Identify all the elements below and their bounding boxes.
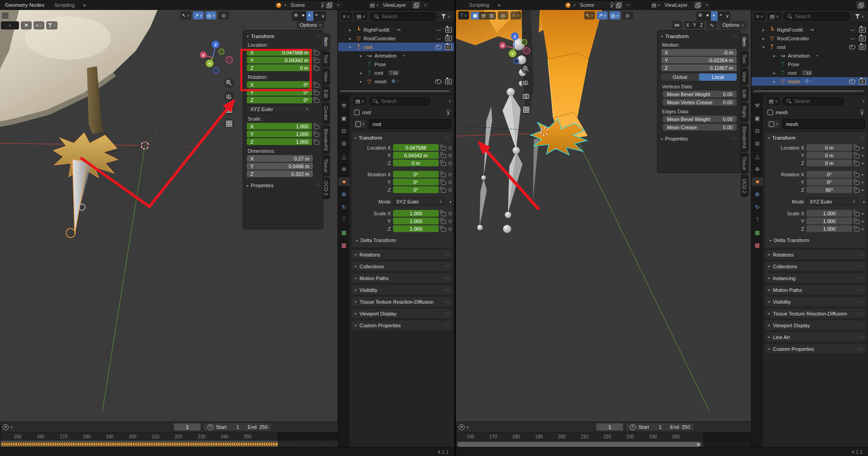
lock-icon[interactable] — [314, 125, 319, 129]
properties-tab-icon[interactable]: ↻ — [752, 203, 762, 211]
number-field[interactable]: 0° — [806, 179, 852, 185]
close-scene-button[interactable]: × — [623, 1, 632, 9]
current-frame-field[interactable]: 1 — [596, 423, 623, 431]
pin-icon[interactable] — [445, 110, 450, 115]
add-workspace-button[interactable]: + — [494, 2, 504, 9]
proportional-edit-icon[interactable]: ◎ — [498, 11, 508, 19]
number-field[interactable]: 0° — [393, 171, 439, 178]
sidebar-tab[interactable]: Tool — [741, 51, 748, 67]
properties-tab-icon[interactable]: ⊞ — [339, 139, 349, 148]
properties-tab-icon[interactable]: ▦ — [752, 228, 762, 237]
lock-icon[interactable] — [854, 162, 859, 166]
properties-tab-icon[interactable]: ᛉ — [339, 215, 349, 224]
outliner-row[interactable]: ▸ RootController ↝ • ⚙ — [338, 34, 454, 43]
sidebar-tab[interactable]: Rigify — [741, 102, 748, 121]
outliner-row[interactable]: ▸ Animation ↝ • ⚙ — [338, 51, 454, 60]
collapsed-panel[interactable]: ▸Visibility∷∷ — [765, 297, 866, 306]
collapsed-panel[interactable]: ▸Collections∷∷ — [352, 262, 452, 271]
lock-icon[interactable] — [854, 173, 859, 177]
new-viewlayer-button[interactable] — [694, 1, 702, 9]
number-field[interactable]: Z0.322 m — [247, 170, 313, 177]
outliner-search[interactable] — [783, 12, 851, 21]
properties-tab-icon[interactable]: ⚒ — [339, 101, 349, 110]
close-scene-button[interactable]: × — [334, 1, 342, 9]
lock-icon[interactable] — [441, 220, 446, 224]
active-tool-indicator[interactable] — [1, 12, 9, 19]
properties-tab-icon[interactable]: ▣ — [339, 114, 349, 122]
number-field[interactable]: 1.000 — [393, 225, 439, 232]
lock-icon[interactable] — [854, 228, 859, 232]
timeline-scrollbar[interactable] — [457, 442, 701, 447]
keyframe-icon[interactable]: • — [862, 211, 863, 216]
lock-icon[interactable] — [441, 228, 446, 232]
lock-icon[interactable] — [441, 173, 446, 177]
sidebar-tab[interactable]: Item — [741, 34, 748, 50]
outliner-row[interactable]: ▸ Animation ↝ • ⚙ — [752, 51, 868, 60]
transform-orientation-icon[interactable]: ≡∨ — [34, 21, 44, 29]
object-type-dropdown[interactable]: ∨ — [767, 119, 781, 129]
keyframe-icon[interactable]: • — [862, 145, 863, 150]
number-field[interactable]: 0 m — [806, 152, 852, 159]
visibility-eye-closed-icon[interactable] — [850, 36, 855, 39]
object-name-field[interactable] — [369, 119, 451, 129]
object-type-dropdown[interactable]: ∨ — [353, 119, 367, 129]
number-field[interactable]: 90° — [806, 186, 852, 193]
pin-icon[interactable] — [859, 110, 864, 115]
number-field[interactable]: 0.047588 — [393, 144, 439, 151]
number-field[interactable]: X0.047588 m — [247, 49, 312, 56]
pin-icon[interactable] — [609, 2, 614, 8]
disclosure-arrow-icon[interactable]: ▸ — [762, 28, 768, 32]
number-field[interactable]: Z0.11867 m — [661, 64, 737, 71]
keyframe-icon[interactable]: • — [450, 199, 451, 204]
shading-mode-switch[interactable]: ⊕●◐◓∨ — [696, 11, 730, 21]
disclosure-arrow-icon[interactable]: ▸ — [360, 79, 365, 84]
render-visibility-icon[interactable] — [445, 79, 452, 84]
number-field[interactable]: Y1.000 — [247, 131, 312, 137]
outliner-row[interactable]: Pose ↝ • ⚙ — [752, 60, 868, 68]
properties-tab-icon[interactable]: ⚙ — [339, 190, 349, 199]
number-field[interactable]: 1.000 — [393, 218, 439, 224]
delta-transform-subpanel[interactable]: ▸Delta Transform — [770, 238, 863, 243]
collapsed-panel[interactable]: ▸Custom Properties∷∷ — [765, 344, 866, 354]
properties-tab-icon[interactable]: ↻ — [339, 203, 349, 211]
new-scene-button[interactable] — [614, 1, 623, 9]
properties-tab-icon[interactable]: ⊟ — [339, 126, 349, 135]
number-field[interactable]: X0.27 m — [247, 155, 313, 162]
properties-options-icon[interactable]: ∨ — [862, 99, 865, 103]
keyframe-icon[interactable]: ◇ — [448, 179, 452, 185]
collapsed-panel[interactable]: ▸Viewport Display∷∷ — [765, 320, 866, 330]
mode-dropdown[interactable]: ∨ — [1, 21, 19, 29]
collapsed-panel[interactable]: ▸Tissue Texture Reaction-Diffusion∷∷ — [352, 297, 452, 306]
mesh-select-mode[interactable]: ▣▤▥ — [471, 12, 496, 19]
lock-icon[interactable] — [854, 146, 859, 150]
disclosure-arrow-icon[interactable]: ▸ — [349, 36, 355, 41]
lock-icon[interactable] — [441, 212, 446, 216]
keyframe-icon[interactable]: ◇ — [448, 160, 452, 166]
keyframe-icon[interactable]: • — [862, 218, 863, 224]
sidebar-tab[interactable]: Tissue — [741, 153, 748, 174]
frame-range-controls[interactable]: Start1 End250 — [626, 423, 694, 431]
close-viewlayer-button[interactable]: × — [421, 1, 429, 9]
lock-icon[interactable] — [314, 67, 319, 71]
keyframe-icon[interactable]: ◇ — [448, 210, 452, 216]
lock-icon[interactable] — [314, 99, 319, 103]
outliner-row[interactable]: ▸ mesh ↝ • ⚙ — [752, 77, 868, 86]
disclosure-arrow-icon[interactable]: ▸ — [360, 53, 365, 58]
visibility-eye-icon[interactable] — [435, 79, 441, 84]
number-field[interactable]: 1.000 — [806, 225, 852, 232]
number-field[interactable]: 1.000 — [806, 218, 852, 224]
sidebar-tab[interactable]: OCD 2 — [322, 177, 330, 199]
scene-selector[interactable]: ∨Scene× — [273, 1, 343, 9]
lock-icon[interactable] — [854, 212, 859, 216]
mirror-icon[interactable]: ⋈ — [671, 21, 682, 29]
disclosure-arrow-icon[interactable]: ▸ — [762, 36, 768, 41]
keyframe-icon[interactable]: ◇ — [448, 187, 452, 193]
edge-data-field[interactable]: Mean Crease0.00 — [663, 124, 737, 131]
xray-toggle-icon[interactable]: ▣ — [622, 11, 633, 19]
falloff-icon[interactable]: ∿ — [706, 21, 717, 29]
delta-transform-subpanel[interactable]: ▸Delta Transform — [356, 238, 450, 243]
disclosure-arrow-icon[interactable]: ▸ — [349, 28, 355, 32]
number-field[interactable]: Y0.04342 m — [247, 57, 312, 63]
gizmo-visibility-icon[interactable]: ↖∨ — [584, 11, 595, 19]
lock-icon[interactable] — [314, 91, 319, 95]
